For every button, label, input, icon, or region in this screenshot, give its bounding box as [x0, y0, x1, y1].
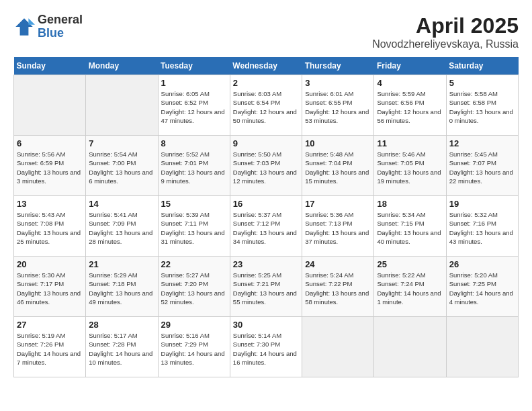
weekday-header-sunday: Sunday — [14, 57, 86, 75]
calendar-cell: 4Sunrise: 5:59 AMSunset: 6:56 PMDaylight… — [374, 75, 446, 136]
calendar-week-3: 13Sunrise: 5:43 AMSunset: 7:08 PMDayligh… — [14, 196, 519, 257]
month-year-title: April 2025 — [372, 13, 519, 38]
weekday-header-monday: Monday — [86, 57, 158, 75]
calendar-cell: 15Sunrise: 5:39 AMSunset: 7:11 PMDayligh… — [158, 196, 230, 257]
calendar-cell — [14, 75, 86, 136]
calendar-cell: 18Sunrise: 5:34 AMSunset: 7:15 PMDayligh… — [374, 196, 446, 257]
day-number: 27 — [17, 320, 83, 330]
day-detail: Sunrise: 5:16 AMSunset: 7:29 PMDaylight:… — [161, 331, 227, 367]
day-detail: Sunrise: 5:34 AMSunset: 7:15 PMDaylight:… — [377, 210, 443, 246]
day-number: 20 — [17, 259, 83, 269]
day-detail: Sunrise: 5:39 AMSunset: 7:11 PMDaylight:… — [161, 210, 227, 246]
day-detail: Sunrise: 5:46 AMSunset: 7:05 PMDaylight:… — [377, 150, 443, 185]
location-subtitle: Novodzhereliyevskaya, Russia — [372, 38, 519, 50]
calendar-cell — [446, 317, 518, 377]
calendar-cell: 14Sunrise: 5:41 AMSunset: 7:09 PMDayligh… — [86, 196, 158, 257]
weekday-header-row: SundayMondayTuesdayWednesdayThursdayFrid… — [14, 57, 519, 75]
calendar-cell — [302, 317, 374, 377]
calendar-cell: 3Sunrise: 6:01 AMSunset: 6:55 PMDaylight… — [302, 75, 374, 136]
day-number: 24 — [305, 259, 371, 269]
day-detail: Sunrise: 5:14 AMSunset: 7:30 PMDaylight:… — [233, 331, 299, 367]
day-number: 3 — [305, 78, 371, 88]
title-area: April 2025 Novodzhereliyevskaya, Russia — [372, 13, 519, 50]
day-number: 1 — [161, 78, 227, 88]
calendar-cell: 8Sunrise: 5:52 AMSunset: 7:01 PMDaylight… — [158, 136, 230, 196]
calendar-week-4: 20Sunrise: 5:30 AMSunset: 7:17 PMDayligh… — [14, 257, 519, 317]
calendar-week-5: 27Sunrise: 5:19 AMSunset: 7:26 PMDayligh… — [14, 317, 519, 377]
calendar-cell: 6Sunrise: 5:56 AMSunset: 6:59 PMDaylight… — [14, 136, 86, 196]
calendar-cell: 9Sunrise: 5:50 AMSunset: 7:03 PMDaylight… — [230, 136, 302, 196]
day-detail: Sunrise: 5:32 AMSunset: 7:16 PMDaylight:… — [449, 210, 515, 246]
calendar-cell: 13Sunrise: 5:43 AMSunset: 7:08 PMDayligh… — [14, 196, 86, 257]
calendar-cell: 16Sunrise: 5:37 AMSunset: 7:12 PMDayligh… — [230, 196, 302, 257]
day-number: 18 — [377, 199, 443, 209]
day-detail: Sunrise: 5:54 AMSunset: 7:00 PMDaylight:… — [89, 150, 154, 185]
day-detail: Sunrise: 5:24 AMSunset: 7:22 PMDaylight:… — [305, 271, 371, 306]
day-number: 10 — [305, 138, 371, 148]
day-number: 15 — [161, 199, 227, 209]
calendar-cell — [374, 317, 446, 377]
day-detail: Sunrise: 5:22 AMSunset: 7:24 PMDaylight:… — [377, 271, 443, 306]
calendar-week-1: 1Sunrise: 6:05 AMSunset: 6:52 PMDaylight… — [14, 75, 519, 136]
day-detail: Sunrise: 6:05 AMSunset: 6:52 PMDaylight:… — [161, 89, 227, 125]
calendar-cell: 17Sunrise: 5:36 AMSunset: 7:13 PMDayligh… — [302, 196, 374, 257]
day-number: 28 — [89, 320, 154, 330]
day-detail: Sunrise: 5:27 AMSunset: 7:20 PMDaylight:… — [161, 271, 227, 306]
day-number: 22 — [161, 259, 227, 269]
calendar-cell: 10Sunrise: 5:48 AMSunset: 7:04 PMDayligh… — [302, 136, 374, 196]
calendar-cell: 28Sunrise: 5:17 AMSunset: 7:28 PMDayligh… — [86, 317, 158, 377]
day-detail: Sunrise: 5:43 AMSunset: 7:08 PMDaylight:… — [17, 210, 83, 246]
logo: General Blue — [13, 13, 83, 40]
day-number: 8 — [161, 138, 227, 148]
calendar-cell: 1Sunrise: 6:05 AMSunset: 6:52 PMDaylight… — [158, 75, 230, 136]
day-number: 17 — [305, 199, 371, 209]
day-detail: Sunrise: 5:25 AMSunset: 7:21 PMDaylight:… — [233, 271, 299, 306]
calendar-cell: 5Sunrise: 5:58 AMSunset: 6:58 PMDaylight… — [446, 75, 518, 136]
weekday-header-wednesday: Wednesday — [230, 57, 302, 75]
calendar-cell: 12Sunrise: 5:45 AMSunset: 7:07 PMDayligh… — [446, 136, 518, 196]
day-detail: Sunrise: 5:20 AMSunset: 7:25 PMDaylight:… — [449, 271, 515, 306]
calendar-cell: 2Sunrise: 6:03 AMSunset: 6:54 PMDaylight… — [230, 75, 302, 136]
calendar-cell: 19Sunrise: 5:32 AMSunset: 7:16 PMDayligh… — [446, 196, 518, 257]
logo-text: General Blue — [38, 13, 83, 40]
day-detail: Sunrise: 5:59 AMSunset: 6:56 PMDaylight:… — [377, 89, 443, 125]
calendar-cell: 20Sunrise: 5:30 AMSunset: 7:17 PMDayligh… — [14, 257, 86, 317]
day-number: 4 — [377, 78, 443, 88]
calendar-cell: 24Sunrise: 5:24 AMSunset: 7:22 PMDayligh… — [302, 257, 374, 317]
day-number: 12 — [449, 138, 515, 148]
day-detail: Sunrise: 5:17 AMSunset: 7:28 PMDaylight:… — [89, 331, 154, 367]
calendar-cell: 29Sunrise: 5:16 AMSunset: 7:29 PMDayligh… — [158, 317, 230, 377]
day-number: 7 — [89, 138, 154, 148]
day-number: 23 — [233, 259, 299, 269]
day-detail: Sunrise: 5:29 AMSunset: 7:18 PMDaylight:… — [89, 271, 154, 306]
day-number: 26 — [449, 259, 515, 269]
day-number: 6 — [17, 138, 83, 148]
day-detail: Sunrise: 5:37 AMSunset: 7:12 PMDaylight:… — [233, 210, 299, 246]
calendar-cell: 26Sunrise: 5:20 AMSunset: 7:25 PMDayligh… — [446, 257, 518, 317]
calendar-cell: 27Sunrise: 5:19 AMSunset: 7:26 PMDayligh… — [14, 317, 86, 377]
day-detail: Sunrise: 5:58 AMSunset: 6:58 PMDaylight:… — [449, 89, 515, 125]
calendar-cell: 11Sunrise: 5:46 AMSunset: 7:05 PMDayligh… — [374, 136, 446, 196]
day-detail: Sunrise: 5:52 AMSunset: 7:01 PMDaylight:… — [161, 150, 227, 185]
day-detail: Sunrise: 5:56 AMSunset: 6:59 PMDaylight:… — [17, 150, 83, 185]
calendar-table: SundayMondayTuesdayWednesdayThursdayFrid… — [13, 57, 519, 377]
day-detail: Sunrise: 6:01 AMSunset: 6:55 PMDaylight:… — [305, 89, 371, 125]
day-number: 25 — [377, 259, 443, 269]
calendar-cell: 21Sunrise: 5:29 AMSunset: 7:18 PMDayligh… — [86, 257, 158, 317]
day-number: 16 — [233, 199, 299, 209]
day-number: 5 — [449, 78, 515, 88]
calendar-cell: 25Sunrise: 5:22 AMSunset: 7:24 PMDayligh… — [374, 257, 446, 317]
day-detail: Sunrise: 5:41 AMSunset: 7:09 PMDaylight:… — [89, 210, 154, 246]
day-number: 30 — [233, 320, 299, 330]
calendar-week-2: 6Sunrise: 5:56 AMSunset: 6:59 PMDaylight… — [14, 136, 519, 196]
day-detail: Sunrise: 5:50 AMSunset: 7:03 PMDaylight:… — [233, 150, 299, 185]
page-header: General Blue April 2025 Novodzhereliyevs… — [13, 13, 519, 50]
logo-icon — [13, 16, 35, 38]
calendar-cell: 22Sunrise: 5:27 AMSunset: 7:20 PMDayligh… — [158, 257, 230, 317]
day-detail: Sunrise: 5:48 AMSunset: 7:04 PMDaylight:… — [305, 150, 371, 185]
day-number: 11 — [377, 138, 443, 148]
day-detail: Sunrise: 5:45 AMSunset: 7:07 PMDaylight:… — [449, 150, 515, 185]
day-detail: Sunrise: 5:30 AMSunset: 7:17 PMDaylight:… — [17, 271, 83, 306]
calendar-cell: 23Sunrise: 5:25 AMSunset: 7:21 PMDayligh… — [230, 257, 302, 317]
svg-marker-1 — [28, 18, 35, 25]
